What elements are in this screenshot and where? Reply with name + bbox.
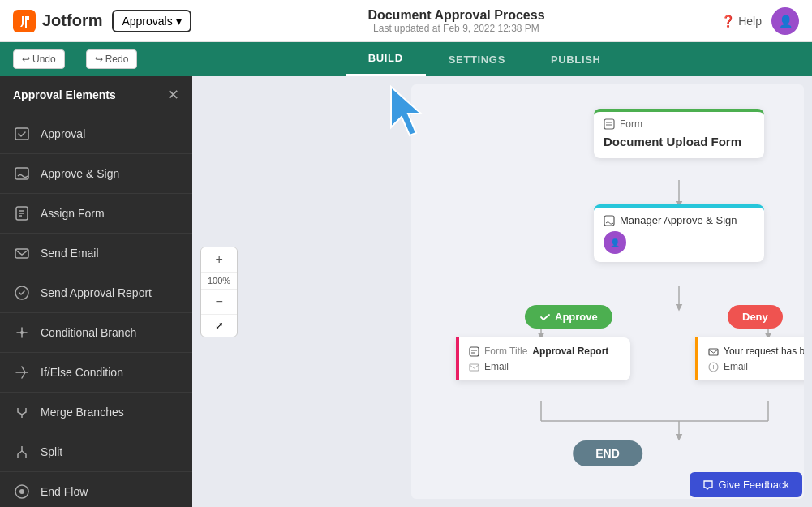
help-icon: ❓	[721, 15, 735, 28]
form-node-icon	[604, 118, 615, 130]
tab-publish-label: PUBLISH	[551, 54, 601, 66]
sidebar-item-approve-sign[interactable]: Approve & Sign	[0, 154, 192, 194]
sidebar-item-send-approval-report[interactable]: Send Approval Report	[0, 273, 192, 313]
svg-rect-26	[604, 119, 614, 129]
form-node-title: Document Upload Form	[594, 133, 764, 158]
breadcrumb-label: Approvals	[122, 15, 172, 28]
zoom-expand-button[interactable]: ⤢	[201, 314, 237, 337]
last-updated: Last updated at Feb 9, 2022 12:38 PM	[191, 23, 721, 34]
sidebar-item-approval[interactable]: Approval	[0, 114, 192, 154]
conditional-branch-icon	[13, 324, 31, 342]
form-node[interactable]: Form Document Upload Form	[594, 109, 764, 158]
sidebar-item-send-email-label: Send Email	[41, 247, 99, 260]
zoom-out-button[interactable]: −	[201, 290, 237, 314]
give-feedback-button[interactable]: Give Feedback	[690, 472, 802, 497]
svg-point-9	[20, 331, 24, 334]
help-label: Help	[738, 15, 762, 28]
merge-icon	[13, 403, 31, 421]
tab-build[interactable]: BUILD	[346, 42, 426, 76]
svg-rect-34	[709, 349, 718, 355]
sidebar-item-end-flow[interactable]: End Flow	[0, 472, 192, 507]
sidebar-item-conditional-branch[interactable]: Conditional Branch	[0, 313, 192, 353]
undo-redo-group: ↩ Undo ↪ Redo	[13, 49, 153, 69]
manager-avatar: 👤	[604, 231, 626, 254]
approve-sign-node-label: Manager Approve & Sign	[620, 214, 737, 226]
ifelse-icon	[13, 363, 31, 381]
deny-btn-label: Deny	[742, 311, 768, 323]
header-right: ❓ Help 👤	[721, 7, 799, 35]
zoom-controls: + 100% − ⤢	[200, 247, 238, 337]
redo-button[interactable]: ↪ Redo	[86, 49, 138, 69]
deny-result-node[interactable]: Your request has been denied. Email	[695, 337, 804, 380]
approve-sign-node-icon	[604, 215, 615, 226]
sidebar: Approval Elements ✕ Approval Approve & S…	[0, 76, 192, 507]
avatar-initials: 👤	[779, 15, 793, 28]
sidebar-item-split[interactable]: Split	[0, 432, 192, 472]
sidebar-close-button[interactable]: ✕	[167, 86, 179, 104]
tab-publish[interactable]: PUBLISH	[528, 42, 624, 76]
canvas-area[interactable]: + 100% − ⤢	[192, 76, 812, 507]
zoom-percent: 100%	[201, 272, 237, 290]
sidebar-item-ifelse-condition[interactable]: If/Else Condition	[0, 353, 192, 393]
svg-rect-7	[15, 249, 28, 258]
sidebar-item-merge-branches[interactable]: Merge Branches	[0, 393, 192, 432]
sidebar-item-send-email[interactable]: Send Email	[0, 234, 192, 273]
main-tabs: BUILD SETTINGS PUBLISH	[170, 42, 799, 76]
deny-result-email-label: Email	[724, 361, 748, 372]
end-node: END	[573, 440, 642, 466]
tab-settings[interactable]: SETTINGS	[426, 42, 528, 76]
link-icon-deny	[708, 362, 719, 372]
undo-icon: ↩	[22, 54, 30, 65]
undo-button[interactable]: ↩ Undo	[13, 49, 65, 69]
chevron-down-icon: ▾	[176, 15, 182, 28]
email-icon-approve	[469, 362, 479, 372]
center-title: Document Approval Process Last updated a…	[191, 8, 721, 34]
sidebar-item-approve-sign-label: Approve & Sign	[41, 167, 119, 180]
flow-canvas[interactable]: Form Document Upload Form Manager Approv…	[411, 84, 804, 499]
redo-icon: ↪	[95, 54, 103, 65]
report-icon	[469, 346, 479, 357]
undo-label: Undo	[32, 54, 56, 65]
send-approval-report-icon	[13, 284, 31, 302]
approval-icon	[13, 125, 31, 143]
sidebar-item-send-approval-report-label: Send Approval Report	[41, 286, 152, 299]
tab-build-label: BUILD	[368, 52, 403, 64]
assign-form-icon	[13, 204, 31, 222]
approve-result-email-label: Email	[484, 361, 509, 372]
approve-icon	[539, 312, 551, 323]
avatar[interactable]: 👤	[771, 7, 799, 35]
email-icon-deny	[708, 346, 719, 357]
sidebar-item-merge-branches-label: Merge Branches	[41, 406, 124, 419]
end-flow-icon	[13, 483, 31, 501]
breadcrumb-button[interactable]: Approvals ▾	[112, 10, 191, 32]
page-title: Document Approval Process	[191, 8, 721, 23]
help-button[interactable]: ❓ Help	[721, 15, 762, 28]
approve-result-field-value: Approval Report	[532, 346, 608, 357]
approve-sign-icon	[13, 165, 31, 183]
approve-sign-node[interactable]: Manager Approve & Sign 👤	[594, 204, 764, 262]
sidebar-item-conditional-branch-label: Conditional Branch	[41, 326, 136, 339]
main-layout: Approval Elements ✕ Approval Approve & S…	[0, 76, 812, 507]
approve-button[interactable]: Approve	[525, 305, 612, 329]
tab-settings-label: SETTINGS	[449, 54, 505, 66]
approve-result-node[interactable]: Form Title Approval Report Email	[456, 337, 630, 380]
approve-btn-label: Approve	[555, 311, 598, 323]
feedback-icon	[702, 479, 714, 491]
approve-result-field-label: Form Title	[484, 346, 527, 357]
deny-button[interactable]: Deny	[728, 305, 783, 329]
sidebar-item-end-flow-label: End Flow	[41, 485, 88, 498]
sidebar-item-approval-label: Approval	[41, 127, 85, 140]
send-email-icon	[13, 244, 31, 262]
svg-point-13	[19, 489, 24, 494]
sidebar-item-split-label: Split	[41, 445, 62, 458]
svg-rect-33	[470, 364, 479, 371]
sidebar-item-assign-form[interactable]: Assign Form	[0, 194, 192, 234]
end-label: END	[595, 447, 620, 460]
sidebar-item-assign-form-label: Assign Form	[41, 207, 105, 220]
sidebar-item-ifelse-label: If/Else Condition	[41, 366, 123, 379]
logo-text: Jotform	[42, 11, 102, 30]
redo-label: Redo	[105, 54, 129, 65]
sidebar-header: Approval Elements ✕	[0, 76, 192, 114]
deny-result-message: Your request has been denied.	[724, 346, 804, 357]
zoom-in-button[interactable]: +	[201, 247, 237, 272]
